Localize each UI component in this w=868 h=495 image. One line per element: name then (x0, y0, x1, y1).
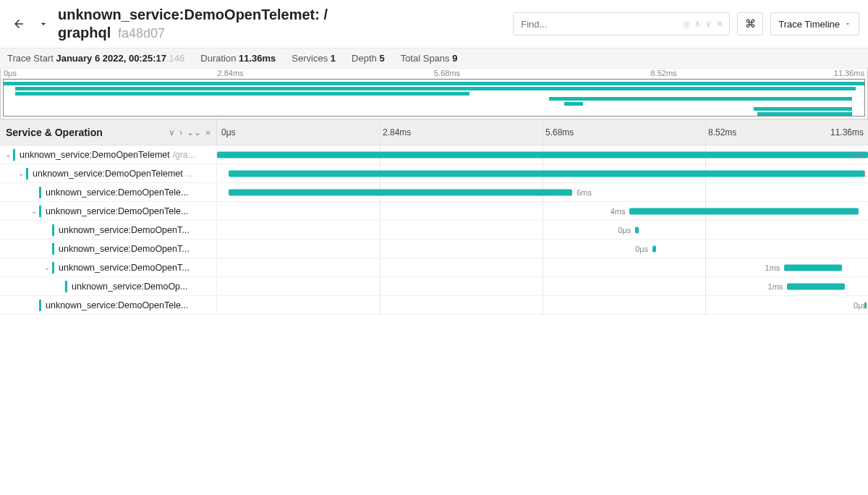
span-bar[interactable] (629, 208, 859, 214)
timeline-right-header: 0μs 2.84ms 5.68ms 8.52ms 11.36ms (217, 119, 868, 145)
view-mode-label: Trace Timeline (778, 19, 840, 30)
span-row-left: unknown_service:DemoOp... (0, 277, 217, 295)
expand-all-icon[interactable]: » (205, 127, 210, 138)
span-row-right: 1ms (217, 277, 868, 295)
span-row-left: ⌄unknown_service:DemoOpenT... (0, 258, 217, 276)
span-bar[interactable] (635, 227, 639, 233)
span-service-name: unknown_service:DemoOpenTele... (46, 187, 188, 198)
span-duration-label: 4ms (610, 207, 626, 216)
span-row[interactable]: ⌄unknown_service:DemoOpenTelemet/gra...1… (0, 145, 868, 164)
minimap-tick-0: 0μs (4, 69, 17, 77)
span-row[interactable]: unknown_service:DemoOpenT...0μs (0, 240, 868, 258)
span-duration-label: 6ms (576, 188, 592, 197)
search-down-icon[interactable]: ∨ (705, 19, 712, 29)
span-service-name: unknown_service:DemoOpenTelemet (33, 169, 183, 179)
span-bar[interactable] (229, 189, 572, 195)
title-op-part1: / (324, 7, 328, 22)
span-row[interactable]: unknown_service:DemoOpenT...0μs (0, 221, 868, 240)
search-clear-icon[interactable]: ✕ (716, 19, 723, 29)
minimap-tick-4: 11.36ms (834, 69, 864, 77)
expand-caret[interactable] (36, 17, 51, 31)
row-caret[interactable]: ⌄ (29, 207, 39, 215)
span-bar[interactable] (217, 151, 868, 158)
span-row-right: 0μs (217, 240, 868, 258)
span-service-name: unknown_service:DemoOpenT... (59, 263, 190, 273)
service-color-marker (65, 281, 67, 292)
span-duration-label: 1ms (765, 263, 780, 272)
service-color-marker (26, 168, 28, 179)
span-row[interactable]: unknown_service:DemoOp...1ms (0, 277, 868, 296)
span-rows: ⌄unknown_service:DemoOpenTelemet/gra...1… (0, 145, 868, 315)
span-duration-label: 11m (851, 151, 867, 159)
span-service-name: unknown_service:DemoOp... (72, 282, 188, 292)
span-bar[interactable] (229, 170, 864, 177)
chevron-down-icon (38, 18, 49, 30)
span-operation-name: /gra... (173, 150, 195, 160)
tl-tick-3: 8.52ms (708, 127, 736, 138)
span-row[interactable]: ⌄unknown_service:DemoOpenT...1ms (0, 258, 868, 277)
search-input[interactable] (514, 14, 683, 34)
span-duration-label: 0μs (635, 245, 648, 253)
span-row[interactable]: unknown_service:DemoOpenTele...0μs (0, 296, 868, 315)
search-nav-icons: ◎ ∧ ∨ ✕ (683, 19, 729, 29)
row-caret[interactable]: ⌄ (42, 263, 52, 271)
trace-hash: fa48d07 (118, 26, 165, 41)
title-service: unknown_service:DemoOpenTelemet: (58, 7, 320, 22)
service-color-marker (13, 149, 15, 161)
span-row[interactable]: unknown_service:DemoOpenTele...6ms (0, 183, 868, 202)
minimap-tick-2: 5.68ms (434, 69, 460, 77)
collapse-one-icon[interactable]: ∨ (169, 127, 175, 138)
minimap[interactable] (3, 79, 865, 117)
arrow-left-icon (12, 17, 25, 30)
span-row[interactable]: ⌄unknown_service:DemoOpenTelemet...1 (0, 164, 868, 183)
span-row-right: 1ms (217, 258, 868, 276)
minimap-tick-3: 8.52ms (651, 69, 677, 77)
span-duration-label: 0μs (618, 226, 631, 234)
span-row-left: unknown_service:DemoOpenTele... (0, 183, 217, 201)
span-row-right: 4ms (217, 202, 868, 220)
span-row-left: unknown_service:DemoOpenTele... (0, 296, 217, 314)
span-row-right: 0μs (217, 296, 868, 314)
minimap-wrap: 0μs 2.84ms 5.68ms 8.52ms 11.36ms (0, 69, 868, 119)
service-color-marker (52, 224, 54, 236)
back-button[interactable] (9, 14, 29, 34)
search-target-icon[interactable]: ◎ (683, 19, 690, 29)
minimap-bar (757, 112, 852, 116)
service-color-marker (39, 206, 41, 217)
span-service-name: unknown_service:DemoOpenTele... (46, 300, 188, 310)
expand-one-icon[interactable]: › (179, 127, 182, 138)
span-bar[interactable] (784, 264, 841, 271)
collapse-all-icon[interactable]: ⌄⌄ (187, 127, 201, 138)
command-icon: ⌘ (745, 17, 756, 30)
timeline-left-header: Service & Operation ∨ › ⌄⌄ » (0, 119, 217, 145)
tl-tick-0: 0μs (221, 127, 236, 138)
minimap-bar (15, 92, 470, 96)
keyboard-shortcuts-button[interactable]: ⌘ (737, 12, 763, 35)
trace-title: unknown_service:DemoOpenTelemet: / graph… (58, 6, 328, 42)
span-row-right: 11m (217, 145, 868, 164)
minimap-bar (549, 97, 852, 101)
span-bar[interactable] (652, 245, 656, 252)
view-mode-select[interactable]: Trace Timeline (770, 12, 859, 35)
span-service-name: unknown_service:DemoOpenTelemet (20, 150, 170, 160)
span-row-right: 1 (217, 164, 868, 182)
trace-header: unknown_service:DemoOpenTelemet: / graph… (0, 0, 868, 48)
minimap-tick-1: 2.84ms (218, 69, 244, 77)
service-color-marker (52, 243, 54, 255)
row-caret[interactable]: ⌄ (16, 169, 26, 177)
span-row-left: ⌄unknown_service:DemoOpenTelemet/gra... (0, 145, 217, 164)
service-operation-label: Service & Operation (6, 127, 103, 138)
span-bar[interactable] (787, 283, 844, 289)
minimap-bar (15, 87, 856, 90)
span-row-left: unknown_service:DemoOpenT... (0, 240, 217, 258)
meta-trace-start: Trace Start January 6 2022, 00:25:17.146 (7, 53, 184, 64)
row-caret[interactable]: ⌄ (3, 151, 13, 158)
span-row-left: unknown_service:DemoOpenT... (0, 221, 217, 239)
minimap-bar (754, 107, 852, 111)
tl-tick-2: 5.68ms (545, 127, 574, 138)
tl-tick-4: 11.36ms (830, 127, 864, 138)
span-row[interactable]: ⌄unknown_service:DemoOpenTele...4ms (0, 202, 868, 221)
span-duration-label: 1ms (768, 282, 783, 291)
meta-depth: Depth 5 (352, 53, 385, 64)
search-up-icon[interactable]: ∧ (694, 19, 701, 29)
